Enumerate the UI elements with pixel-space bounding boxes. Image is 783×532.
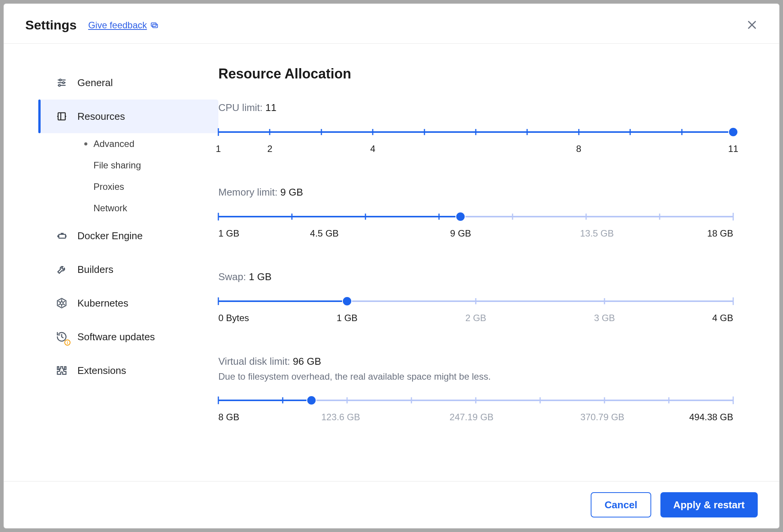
axis-label: 2 GB [465,313,487,323]
slider-label: Memory limit: [218,186,278,198]
slider-swap[interactable] [218,297,733,305]
sidebar-item-builders[interactable]: Builders [38,253,218,286]
slider-section-swap: Swap: 1 GB 0 Bytes1 GB2 GB3 GB4 GB [218,271,733,323]
slider-thumb[interactable] [729,128,737,136]
axis-label: 1 [216,144,221,154]
svg-rect-15 [61,233,64,235]
slider-tick [604,298,605,304]
sidebar-item-general[interactable]: General [38,66,218,100]
slider-label: Virtual disk limit: [218,356,290,367]
slider-tick [630,129,631,135]
slider-section-cpu: CPU limit: 11 124811 [218,102,733,154]
subnav-item-network[interactable]: Network [38,197,218,219]
slider-axis-cpu: 124811 [218,144,733,154]
svg-point-19 [60,302,63,305]
slider-memory[interactable] [218,213,733,220]
slider-label-row: Swap: 1 GB [218,271,733,283]
sidebar-item-software-updates[interactable]: i Software updates [38,320,218,354]
header: Settings Give feedback [4,4,779,44]
clock-icon: i [55,330,68,343]
apply-restart-button[interactable]: Apply & restart [660,492,758,517]
slider-label-row: Virtual disk limit: 96 GB [218,356,733,367]
resources-subnav: Advanced File sharing Proxies Network [38,133,218,219]
slider-tick [365,214,366,220]
slider-tick [604,397,605,403]
sidebar-item-label: Software updates [77,331,155,343]
svg-point-7 [62,82,64,84]
bullet-icon [84,142,87,145]
subnav-item-proxies[interactable]: Proxies [38,176,218,197]
slider-label-row: Memory limit: 9 GB [218,186,733,198]
cancel-button[interactable]: Cancel [591,492,651,517]
slider-thumb[interactable] [456,212,465,221]
close-button[interactable] [746,19,758,32]
slider-label: CPU limit: [218,102,263,113]
axis-label: 11 [728,144,739,154]
wrench-icon [55,263,68,276]
slider-tick [347,397,348,403]
slider-tick [540,397,541,403]
slider-tick [411,397,412,403]
slider-tick [269,129,270,135]
give-feedback-link[interactable]: Give feedback [88,20,158,31]
sidebar-item-label: Resources [77,111,125,122]
axis-label: 4 GB [712,313,733,323]
content: Resource Allocation CPU limit: 11 124811… [218,44,779,481]
slider-label-row: CPU limit: 11 [218,102,733,114]
sidebar-item-label: General [77,77,113,89]
svg-rect-17 [66,235,67,237]
slider-tick [475,397,477,403]
slider-tick [321,129,322,135]
sliders-icon [55,76,68,89]
sidebar-item-docker-engine[interactable]: Docker Engine [38,219,218,253]
axis-label: 370.79 GB [580,412,624,423]
sidebar-item-extensions[interactable]: Extensions [38,354,218,387]
subnav-item-label: Proxies [93,181,124,192]
svg-rect-1 [152,24,157,28]
slider-value: 9 GB [280,186,303,198]
slider-label: Swap: [218,271,246,282]
feedback-icon [150,21,159,29]
slider-value: 11 [265,102,277,113]
feedback-label: Give feedback [88,20,147,31]
slider-tick [218,128,219,136]
sidebar-item-label: Kubernetes [77,297,128,309]
sidebar: General Resources [4,44,218,481]
sidebar-item-kubernetes[interactable]: Kubernetes [38,286,218,320]
axis-label: 247.19 GB [450,412,494,423]
info-badge-icon: i [64,339,70,346]
slider-value: 96 GB [293,356,321,367]
svg-line-24 [63,301,65,302]
slider-tick [733,397,734,404]
body: General Resources [4,44,779,481]
slider-section-disk: Virtual disk limit: 96 GB Due to filesys… [218,356,733,423]
sidebar-item-resources[interactable]: Resources [38,100,218,133]
slider-tick [439,214,440,220]
axis-label: 1 GB [218,228,239,239]
slider-thumb[interactable] [343,297,351,305]
helm-icon [55,297,68,310]
subnav-item-advanced[interactable]: Advanced [38,133,218,155]
slider-cpu[interactable] [218,128,733,136]
engine-icon [55,229,68,242]
axis-label: 1 GB [337,313,358,323]
nav-list: General Resources [38,66,218,387]
slider-tick [218,213,219,220]
slider-disk[interactable] [218,397,733,404]
axis-label: 8 GB [218,412,239,423]
slider-tick [733,213,734,220]
slider-tick [424,129,425,135]
slider-tick [475,129,477,135]
slider-tick [681,129,682,135]
slider-tick [668,397,670,403]
slider-thumb[interactable] [307,396,316,405]
slider-tick [512,214,513,220]
subnav-item-file-sharing[interactable]: File sharing [38,155,218,176]
svg-point-9 [59,85,61,86]
columns-icon [55,110,68,123]
slider-hint: Due to filesystem overhead, the real ava… [218,371,733,382]
section-title: Resource Allocation [218,66,733,82]
axis-label: 18 GB [707,228,733,239]
slider-value: 1 GB [249,271,272,282]
axis-label: 8 [576,144,581,154]
